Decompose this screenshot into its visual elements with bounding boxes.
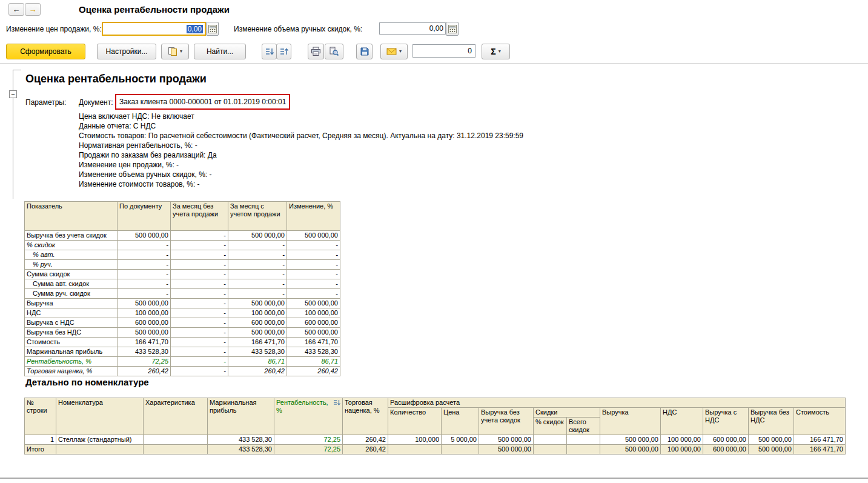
- summary-cell[interactable]: -: [171, 357, 228, 367]
- detail-cell[interactable]: 433 528,30: [208, 445, 274, 455]
- settings-button[interactable]: Настройки...: [97, 44, 156, 59]
- summary-cell[interactable]: -: [171, 260, 228, 270]
- detail-cell[interactable]: 166 471,70: [794, 435, 846, 445]
- discount-change-input[interactable]: 0,00: [379, 22, 446, 35]
- summary-cell[interactable]: -: [287, 260, 340, 270]
- summary-cell[interactable]: 166 471,70: [228, 338, 287, 347]
- summary-cell[interactable]: 500 000,00: [287, 299, 340, 308]
- detail-cell[interactable]: [144, 445, 208, 455]
- summary-cell[interactable]: 166 471,70: [287, 338, 340, 347]
- summary-row-label[interactable]: Рентабельность, %: [25, 357, 118, 367]
- summary-cell[interactable]: -: [118, 250, 171, 260]
- summary-cell[interactable]: 500 000,00: [228, 328, 287, 338]
- summary-cell[interactable]: -: [171, 299, 228, 308]
- forward-button[interactable]: →: [25, 3, 41, 16]
- detail-cell[interactable]: 166 471,70: [794, 445, 846, 455]
- collapse-groups-button[interactable]: [276, 44, 291, 59]
- summary-cell[interactable]: 100 000,00: [228, 308, 287, 318]
- summary-cell[interactable]: -: [171, 318, 228, 328]
- summary-row-label[interactable]: Сумма авт. скидок: [25, 279, 118, 289]
- summary-cell[interactable]: -: [228, 250, 287, 260]
- detail-cell[interactable]: [534, 435, 567, 445]
- summary-cell[interactable]: -: [171, 289, 228, 299]
- summary-row-label[interactable]: Выручка без НДС: [25, 328, 118, 338]
- summary-cell[interactable]: 260,42: [228, 367, 287, 376]
- summary-row-label[interactable]: Торговая наценка, %: [25, 367, 118, 376]
- price-change-calculator-button[interactable]: [206, 22, 219, 36]
- summary-cell[interactable]: 260,42: [118, 367, 171, 376]
- summary-cell[interactable]: -: [287, 279, 340, 289]
- summary-cell[interactable]: 166 471,70: [118, 338, 171, 347]
- summary-row-label[interactable]: % авт.: [25, 250, 118, 260]
- detail-cell[interactable]: [388, 445, 442, 455]
- detail-cell[interactable]: 100,000: [388, 435, 442, 445]
- summary-cell[interactable]: 600 000,00: [287, 318, 340, 328]
- detail-cell[interactable]: 100 000,00: [661, 445, 703, 455]
- detail-cell[interactable]: Стеллаж (стандартный): [56, 435, 144, 445]
- detail-cell[interactable]: 5 000,00: [442, 435, 479, 445]
- detail-cell[interactable]: 500 000,00: [749, 435, 794, 445]
- generate-button[interactable]: Сформировать: [6, 44, 85, 59]
- summary-cell[interactable]: -: [287, 250, 340, 260]
- summary-cell[interactable]: -: [171, 347, 228, 357]
- summary-cell[interactable]: -: [171, 338, 228, 347]
- summary-cell[interactable]: -: [228, 279, 287, 289]
- counter-input[interactable]: 0: [412, 44, 475, 58]
- detail-cell[interactable]: 260,42: [343, 435, 388, 445]
- summary-cell[interactable]: 500 000,00: [287, 231, 340, 241]
- summary-cell[interactable]: -: [287, 241, 340, 250]
- expand-groups-button[interactable]: [262, 44, 277, 59]
- detail-cell[interactable]: 500 000,00: [749, 445, 794, 455]
- report-variants-button[interactable]: ▾: [161, 44, 189, 59]
- summary-cell[interactable]: -: [171, 250, 228, 260]
- summary-row-label[interactable]: Сумма руч. скидок: [25, 289, 118, 299]
- summary-cell[interactable]: 500 000,00: [118, 299, 171, 308]
- summary-cell[interactable]: -: [118, 241, 171, 250]
- summary-cell[interactable]: 500 000,00: [287, 328, 340, 338]
- summary-row-label[interactable]: Стоимость: [25, 338, 118, 347]
- document-value-highlight[interactable]: Заказ клиента 0000-000001 от 01.01.2019 …: [115, 94, 290, 110]
- print-button[interactable]: [308, 44, 324, 59]
- detail-cell[interactable]: 500 000,00: [600, 435, 661, 445]
- summary-cell[interactable]: 500 000,00: [118, 231, 171, 241]
- detail-cell[interactable]: 433 528,30: [208, 435, 274, 445]
- summary-cell[interactable]: 600 000,00: [118, 318, 171, 328]
- detail-cell[interactable]: 72,25: [274, 445, 343, 455]
- summary-row-label[interactable]: Выручка без учета скидок: [25, 231, 118, 241]
- summary-cell[interactable]: -: [118, 289, 171, 299]
- summary-cell[interactable]: -: [228, 241, 287, 250]
- save-button[interactable]: [356, 44, 373, 59]
- summary-cell[interactable]: -: [118, 260, 171, 270]
- summary-cell[interactable]: -: [287, 289, 340, 299]
- summary-cell[interactable]: -: [171, 231, 228, 241]
- discount-change-calculator-button[interactable]: [446, 22, 459, 36]
- detail-cell[interactable]: 500 000,00: [479, 445, 534, 455]
- send-mail-button[interactable]: ▾: [380, 44, 408, 59]
- summary-row-label[interactable]: Выручка: [25, 299, 118, 308]
- detail-cell[interactable]: 1: [25, 435, 56, 445]
- summary-row-label[interactable]: Выручка с НДС: [25, 318, 118, 328]
- autosum-button[interactable]: Σ ▾: [482, 44, 510, 59]
- detail-cell[interactable]: 260,42: [343, 445, 388, 455]
- summary-cell[interactable]: 500 000,00: [118, 328, 171, 338]
- summary-cell[interactable]: -: [171, 279, 228, 289]
- print-preview-button[interactable]: [325, 44, 343, 59]
- summary-cell[interactable]: 100 000,00: [287, 308, 340, 318]
- price-change-input[interactable]: 0,00: [102, 22, 206, 36]
- summary-cell[interactable]: -: [171, 328, 228, 338]
- summary-cell[interactable]: 100 000,00: [118, 308, 171, 318]
- detail-cell[interactable]: [442, 445, 479, 455]
- detail-cell[interactable]: 500 000,00: [600, 445, 661, 455]
- summary-cell[interactable]: -: [118, 270, 171, 279]
- summary-cell[interactable]: -: [171, 241, 228, 250]
- summary-row-label[interactable]: Маржинальная прибыль: [25, 347, 118, 357]
- summary-cell[interactable]: 433 528,30: [228, 347, 287, 357]
- detail-cell[interactable]: 600 000,00: [703, 435, 749, 445]
- detail-cell[interactable]: [144, 435, 208, 445]
- summary-cell[interactable]: -: [171, 367, 228, 376]
- detail-cell[interactable]: Итого: [25, 445, 56, 455]
- detail-cell[interactable]: 72,25: [274, 435, 343, 445]
- summary-cell[interactable]: 433 528,30: [287, 347, 340, 357]
- detail-cell[interactable]: [56, 445, 144, 455]
- summary-cell[interactable]: -: [118, 279, 171, 289]
